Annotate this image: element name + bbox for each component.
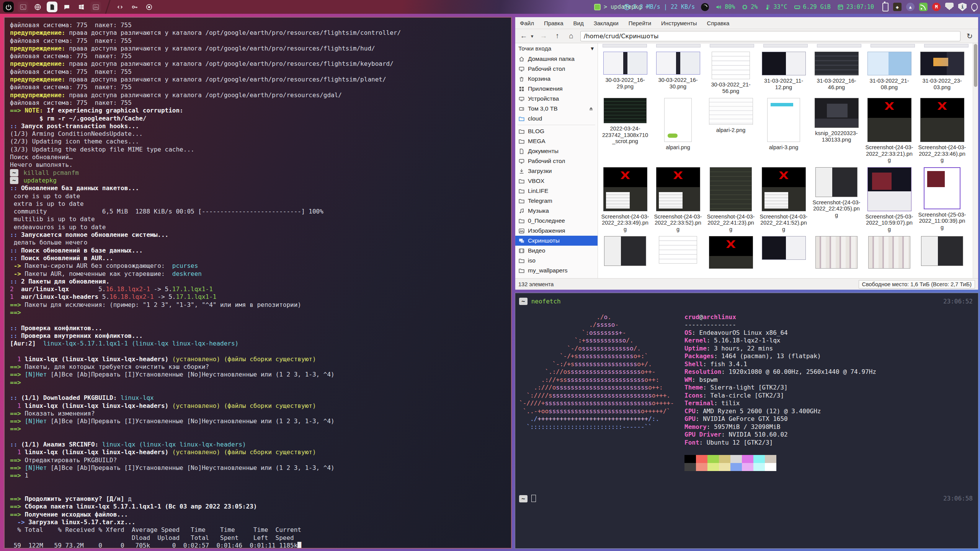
ascii-art-line: `-/+sssssssssssssssso+:` — [519, 352, 684, 360]
launcher-orb-icon[interactable] — [701, 3, 709, 11]
file-item[interactable] — [757, 232, 810, 269]
sidebar-item-Корзина[interactable]: Корзина — [515, 74, 598, 84]
menu-item-Инструменты[interactable]: Инструменты — [661, 20, 697, 26]
file-item[interactable]: alpari-2.png — [704, 94, 757, 163]
workspace-power-icon[interactable] — [3, 2, 14, 12]
sidebar-item-Приложения[interactable]: Приложения — [515, 84, 598, 94]
sidebar-item-Telegram[interactable]: Telegram — [515, 196, 598, 206]
file-item[interactable]: 31-03-2022_11-12.png — [757, 48, 810, 94]
clock-stat[interactable]: 23:07:10 — [837, 3, 874, 11]
workspace-code-icon[interactable] — [114, 2, 125, 12]
workspace-file-icon[interactable] — [47, 2, 57, 12]
back-button[interactable]: ← — [519, 32, 528, 40]
file-manager-window[interactable]: ФайлПравкаВидЗакладкиПерейтиИнструментыС… — [515, 17, 978, 289]
sidebar-item-Музыка[interactable]: Музыка — [515, 206, 598, 216]
file-item[interactable] — [652, 232, 704, 269]
file-item[interactable]: Screenshot-(24-03-2022_22:41:52).png — [757, 163, 810, 233]
home-button[interactable]: ⌂ — [567, 32, 576, 40]
file-item[interactable]: Screenshot-(24-03-2022_22:33:46).png — [916, 94, 969, 163]
sidebar-item-BLOG[interactable]: BLOG — [515, 126, 598, 136]
forward-button[interactable]: → — [539, 32, 548, 40]
terminal-window-update[interactable]: файловая система: 775 пакет: 755предупре… — [4, 17, 512, 549]
file-item[interactable]: ksnip_20220323-130133.png — [810, 94, 863, 163]
sidebar-item-Устройства[interactable]: Устройства — [515, 94, 598, 104]
sidebar-item-Документы[interactable]: Документы — [515, 146, 598, 156]
menu-item-Вид[interactable]: Вид — [573, 20, 584, 26]
top-panel: > updatepkg ~ 1.3 MB/s | 22 KB/s 80% 2% … — [0, 0, 980, 14]
sidebar-item-my_wallpapers[interactable]: my_wallpapers — [515, 266, 598, 276]
file-item[interactable]: alpari-3.png — [757, 94, 810, 163]
file-item[interactable]: alpari.png — [652, 94, 704, 163]
reload-button[interactable]: ↻ — [965, 32, 974, 41]
file-item[interactable]: Screenshot-(24-03-2022_22:42:05).png — [810, 163, 863, 233]
screens-icon — [518, 238, 525, 244]
sidebar-item-Скриншоты[interactable]: Скриншоты — [515, 236, 598, 246]
tray-usb-icon[interactable] — [882, 3, 889, 11]
sidebar-item-VBOX[interactable]: VBOX — [515, 176, 598, 186]
palette-swatch — [684, 463, 696, 471]
terminal-window-neofetch[interactable]: ~neofetch 23:06:52 ./o. ./sssso- `:ossss… — [515, 293, 978, 549]
file-item[interactable]: Screenshot-(25-03-2022_11:00:39).png — [916, 163, 969, 233]
file-item[interactable] — [916, 232, 969, 269]
sidebar-item-Изображения[interactable]: Изображения — [515, 226, 598, 236]
history-dropdown-icon[interactable]: ▾ — [530, 33, 534, 39]
file-item[interactable]: 2022-03-24-223742_1308x710_scrot.png — [599, 94, 652, 163]
file-item[interactable]: 31-03-2022_16-46.png — [810, 48, 863, 94]
file-item[interactable]: Screenshot-(25-03-2022_10:59:07).png — [863, 163, 916, 233]
icon-view[interactable]: 30-03-2022_16-29.png30-03-2022_16-30.png… — [598, 43, 978, 278]
workspace-terminal-icon[interactable] — [18, 2, 28, 12]
workspace-record-icon[interactable] — [144, 2, 154, 12]
sidebar-item-iso[interactable]: iso — [515, 256, 598, 266]
sidebar-item-Домашняя папка[interactable]: Домашняя папка — [515, 54, 598, 64]
tray-shield-info-icon[interactable]: i — [958, 3, 967, 11]
workspace-image-icon[interactable] — [90, 2, 101, 12]
sidebar-item-LinLIFE[interactable]: LinLIFE — [515, 186, 598, 196]
terminal-line: ==> [N]Нет [A]Все [Ab]Прервать [I]Устано… — [10, 371, 506, 378]
workspace-windows-icon[interactable] — [76, 2, 87, 12]
scrollbar-thumb[interactable] — [974, 44, 977, 87]
workspace-chat-icon[interactable] — [61, 2, 72, 12]
tray-lamp-icon[interactable] — [971, 3, 978, 11]
sidebar-item-Рабочий стол[interactable]: Рабочий стол — [515, 64, 598, 74]
up-button[interactable]: ↑ — [553, 32, 562, 40]
file-item[interactable]: 30-03-2022_21-56.png — [704, 48, 757, 94]
neofetch-info-row: Packages: 1464 (pacman), 13 (flatpak) — [684, 352, 876, 360]
volume-stat[interactable]: 80% — [715, 3, 735, 11]
file-item[interactable]: 30-03-2022_16-29.png — [599, 48, 652, 94]
file-item[interactable]: 31-03-2022_21-08.png — [863, 48, 916, 94]
menu-item-Справка[interactable]: Справка — [707, 20, 730, 26]
sidebar-item-cloud[interactable]: cloud — [515, 114, 598, 124]
tray-wifi-icon[interactable] — [945, 3, 954, 11]
file-item[interactable] — [810, 232, 863, 269]
tray-network-share-icon[interactable] — [919, 3, 928, 11]
menu-item-Перейти[interactable]: Перейти — [629, 20, 651, 26]
sidebar-item-MEGA[interactable]: MEGA — [515, 136, 598, 146]
sidebar-item-Том 3,0 ТВ[interactable]: Том 3,0 ТВ — [515, 104, 598, 114]
file-item[interactable]: 31-03-2022_23-03.png — [916, 48, 969, 94]
menu-item-Правка[interactable]: Правка — [544, 20, 564, 26]
file-item[interactable]: Screenshot-(24-03-2022_22:33:52).png — [652, 163, 704, 233]
path-input[interactable] — [580, 31, 960, 41]
scrollbar[interactable] — [973, 43, 978, 278]
file-item[interactable]: Screenshot-(24-03-2022_22:33:49).png — [599, 163, 652, 233]
workspace-browser-icon[interactable] — [32, 2, 43, 12]
file-item[interactable] — [704, 232, 757, 269]
file-item[interactable]: Screenshot-(24-03-2022_22:41:23).png — [704, 163, 757, 233]
file-item[interactable]: 30-03-2022_16-30.png — [652, 48, 704, 94]
tray-mega-icon[interactable]: M — [932, 3, 941, 11]
sidebar-item-Загрузки[interactable]: Загрузки — [515, 166, 598, 176]
workspace-key-icon[interactable] — [129, 2, 140, 12]
eject-icon[interactable] — [588, 106, 594, 111]
file-item[interactable] — [599, 232, 652, 269]
prompt-line-2[interactable]: ~ 23:06:58 — [519, 495, 974, 503]
tray-updates-icon[interactable]: ▲ — [906, 3, 915, 11]
sidebar-item-0_Последнее[interactable]: 0_Последнее — [515, 216, 598, 226]
file-item[interactable] — [863, 232, 916, 269]
tray-keyboard-layout-icon[interactable]: ◈ — [893, 3, 902, 11]
places-header[interactable]: Точки входа ▾ — [515, 43, 598, 54]
sidebar-item-Рабочий стол[interactable]: Рабочий стол — [515, 156, 598, 166]
menu-item-Файл[interactable]: Файл — [520, 20, 534, 26]
sidebar-item-Видео[interactable]: Видео — [515, 246, 598, 256]
file-item[interactable]: Screenshot-(24-03-2022_22:33:21).png — [863, 94, 916, 163]
menu-item-Закладки[interactable]: Закладки — [594, 20, 619, 26]
